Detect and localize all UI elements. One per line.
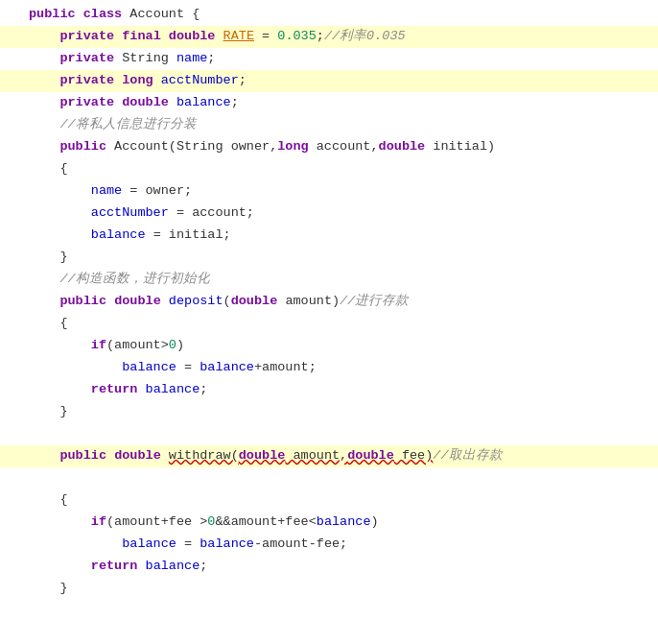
code-line: { (0, 313, 658, 335)
code-text: { (29, 489, 658, 512)
code-line: if(amount+fee >0&&amount+fee<balance) (0, 512, 658, 534)
code-line: return balance; (0, 556, 658, 578)
code-text: private String name; (29, 48, 658, 70)
code-line: acctNumber = account; (0, 203, 658, 225)
code-text (29, 423, 658, 445)
code-text: { (29, 313, 658, 335)
code-line: name = owner; (0, 180, 658, 203)
code-text: //将私人信息进行分装 (29, 114, 658, 136)
code-line: { (0, 158, 658, 180)
code-line: balance = balance-amount-fee; (0, 534, 658, 556)
code-line: if(amount>0) (0, 335, 658, 357)
code-line: } (0, 401, 658, 423)
code-line: balance = initial; (0, 225, 658, 247)
code-line (0, 467, 658, 489)
code-line: private double balance; (0, 92, 658, 114)
code-text: public double withdraw(double amount,dou… (29, 445, 658, 467)
code-line: //构造函数，进行初始化 (0, 269, 658, 291)
code-text: { (29, 158, 658, 180)
code-text: acctNumber = account; (29, 203, 658, 225)
code-line: public double deposit(double amount)//进行… (0, 291, 658, 313)
code-line: balance = balance+amount; (0, 357, 658, 379)
code-text: //构造函数，进行初始化 (29, 269, 658, 291)
code-text: } (29, 401, 658, 423)
code-line: { (0, 489, 658, 512)
code-text: } (29, 247, 658, 269)
code-text: private final double RATE = 0.035;//利率0.… (29, 26, 658, 48)
code-line: private long acctNumber; (0, 70, 658, 92)
code-text: public Account(String owner,long account… (29, 136, 658, 158)
code-text: public class Account { (29, 4, 658, 26)
code-line: //将私人信息进行分装 (0, 114, 658, 136)
code-line: private final double RATE = 0.035;//利率0.… (0, 26, 658, 48)
code-text: if(amount+fee >0&&amount+fee<balance) (29, 512, 658, 534)
code-line (0, 423, 658, 445)
code-text: return balance; (29, 379, 658, 401)
code-text: public double deposit(double amount)//进行… (29, 291, 658, 313)
code-text: balance = initial; (29, 225, 658, 247)
code-line: public Account(String owner,long account… (0, 136, 658, 158)
code-text: balance = balance-amount-fee; (29, 534, 658, 556)
code-line-withdraw: public double withdraw(double amount,dou… (0, 445, 658, 467)
code-text: if(amount>0) (29, 335, 658, 357)
code-line: } (0, 578, 658, 600)
code-line: private String name; (0, 48, 658, 70)
code-line: } (0, 247, 658, 269)
code-text: } (29, 578, 658, 600)
code-line: return balance; (0, 379, 658, 401)
code-text (29, 467, 658, 489)
code-text: private long acctNumber; (29, 70, 658, 92)
code-text: balance = balance+amount; (29, 357, 658, 379)
code-text: private double balance; (29, 92, 658, 114)
code-text: return balance; (29, 556, 658, 578)
code-text: name = owner; (29, 180, 658, 203)
code-line: public class Account { (0, 4, 658, 26)
code-editor: public class Account { private final dou… (0, 0, 658, 644)
